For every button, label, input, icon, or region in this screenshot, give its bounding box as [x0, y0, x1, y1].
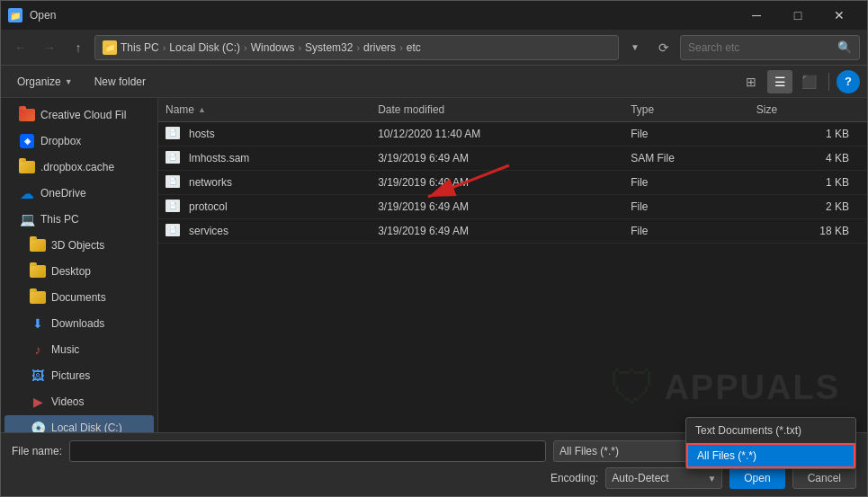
view-button-1[interactable]: ⊞ — [738, 70, 764, 93]
dropbox-icon: ◈ — [19, 134, 35, 148]
search-input[interactable] — [688, 41, 832, 54]
sidebar-label-pictures: Pictures — [51, 369, 147, 382]
sidebar-item-downloads[interactable]: ⬇ Downloads — [4, 311, 154, 336]
table-row[interactable]: 📄 protocol 3/19/2019 6:49 AM File 2 KB — [158, 195, 867, 219]
this-pc-icon: 💻 — [19, 212, 35, 226]
downloads-icon: ⬇ — [30, 316, 46, 331]
sidebar-item-dropbox[interactable]: ◈ Dropbox — [4, 129, 154, 154]
file-icon-3: 📄 — [166, 200, 182, 214]
table-header-row: Name ▲ Date modified Type — [158, 98, 867, 122]
file-icon-0: 📄 — [166, 127, 182, 141]
open-button[interactable]: Open — [729, 467, 784, 489]
cell-date-4: 3/19/2019 6:49 AM — [371, 219, 623, 244]
sort-arrow-name: ▲ — [198, 105, 206, 114]
window-controls: ─ □ ✕ — [736, 1, 860, 30]
path-segment-etc: etc — [407, 41, 421, 54]
path-dropdown-arrow[interactable]: ▼ — [622, 35, 648, 60]
sidebar-item-desktop[interactable]: Desktop — [4, 259, 154, 284]
bottom-wrapper: Text Documents (*.txt) All Files (*.*) F… — [1, 432, 867, 496]
cell-size-3: 2 KB — [749, 195, 867, 219]
address-path[interactable]: 📁 This PC › Local Disk (C:) › Windows › … — [94, 35, 619, 60]
forward-button[interactable]: → — [37, 35, 62, 60]
up-button[interactable]: ↑ — [66, 35, 91, 60]
filetype-value: All Files (*.*) — [559, 445, 619, 457]
file-icon-1: 📄 — [166, 151, 182, 165]
sidebar-item-pictures[interactable]: 🖼 Pictures — [4, 363, 154, 388]
col-header-name[interactable]: Name ▲ — [158, 98, 371, 122]
table-row[interactable]: 📄 hosts 10/12/2020 11:40 AM File 1 KB — [158, 122, 867, 146]
creative-cloud-icon — [19, 108, 35, 122]
path-segment-windows: Windows — [251, 41, 295, 54]
title-bar: 📁 Open ─ □ ✕ — [1, 1, 867, 30]
encoding-value: Auto-Detect — [612, 472, 668, 484]
cell-name-0: 📄 hosts — [158, 122, 371, 146]
documents-icon — [30, 290, 46, 305]
col-header-type[interactable]: Type — [623, 98, 749, 122]
path-segment-localdisk: Local Disk (C:) — [169, 41, 240, 54]
cell-name-1: 📄 lmhosts.sam — [158, 146, 371, 171]
sidebar-item-onedrive[interactable]: ☁ OneDrive — [4, 181, 154, 206]
col-header-date[interactable]: Date modified — [371, 98, 623, 122]
new-folder-button[interactable]: New folder — [85, 70, 155, 93]
search-box[interactable]: 🔍 — [680, 35, 860, 60]
encoding-label: Encoding: — [550, 472, 598, 484]
3d-objects-icon — [30, 238, 46, 253]
encoding-dropdown[interactable]: Auto-Detect ▼ — [605, 467, 722, 489]
help-button[interactable]: ? — [837, 70, 860, 93]
file-list: Name ▲ Date modified Type — [158, 98, 867, 432]
sidebar-label-local-disk: Local Disk (C:) — [51, 422, 147, 432]
dropdown-item-text-docs[interactable]: Text Documents (*.txt) — [686, 418, 855, 443]
cell-type-4: File — [623, 219, 749, 244]
window-icon: 📁 — [8, 8, 22, 22]
path-segment-drivers: drivers — [363, 41, 396, 54]
refresh-button[interactable]: ⟳ — [651, 35, 676, 60]
cell-date-2: 3/19/2019 6:49 AM — [371, 171, 623, 195]
sidebar-item-thispc[interactable]: 💻 This PC — [4, 207, 154, 232]
table-row[interactable]: 📄 services 3/19/2019 6:49 AM File 18 KB — [158, 219, 867, 244]
col-header-size[interactable]: Size — [749, 98, 867, 122]
sidebar-item-music[interactable]: ♪ Music — [4, 337, 154, 362]
cancel-button[interactable]: Cancel — [792, 467, 856, 489]
organize-button[interactable]: Organize ▼ — [8, 70, 82, 93]
sidebar-label-thispc: This PC — [40, 213, 147, 226]
desktop-icon — [30, 264, 46, 279]
table-row[interactable]: 📄 lmhosts.sam 3/19/2019 6:49 AM SAM File… — [158, 146, 867, 171]
back-button[interactable]: ← — [8, 35, 33, 60]
cell-type-0: File — [623, 122, 749, 146]
maximize-button[interactable]: □ — [777, 1, 819, 30]
sidebar-item-dropbox-cache[interactable]: .dropbox.cache — [4, 155, 154, 180]
sidebar-item-3d-objects[interactable]: 3D Objects — [4, 233, 154, 258]
filename-input[interactable] — [69, 440, 546, 462]
sidebar-item-documents[interactable]: Documents — [4, 285, 154, 310]
close-button[interactable]: ✕ — [819, 1, 860, 30]
cell-name-3: 📄 protocol — [158, 195, 371, 219]
local-disk-icon: 💿 — [30, 421, 46, 432]
path-folder-icon: 📁 — [103, 40, 117, 55]
pictures-icon: 🖼 — [30, 368, 46, 383]
filetype-dropdown-popup: Text Documents (*.txt) All Files (*.*) — [685, 417, 856, 469]
view-button-details[interactable]: ☰ — [767, 70, 792, 93]
cell-size-1: 4 KB — [749, 146, 867, 171]
sidebar-label-documents: Documents — [51, 291, 147, 304]
file-icon-2: 📄 — [166, 175, 182, 190]
minimize-button[interactable]: ─ — [736, 1, 777, 30]
cell-size-0: 1 KB — [749, 122, 867, 146]
content-area: Creative Cloud Fil ◈ Dropbox .dropbox.ca… — [1, 98, 867, 432]
sidebar-label-3d-objects: 3D Objects — [51, 239, 147, 252]
view-button-large[interactable]: ⬛ — [796, 70, 821, 93]
sidebar-label-creative-cloud: Creative Cloud Fil — [40, 109, 147, 121]
sidebar-item-creative-cloud[interactable]: Creative Cloud Fil — [4, 102, 154, 128]
table-row[interactable]: 📄 networks 3/19/2019 6:49 AM File 1 KB — [158, 171, 867, 195]
cell-date-0: 10/12/2020 11:40 AM — [371, 122, 623, 146]
sidebar-label-downloads: Downloads — [51, 317, 147, 330]
dropdown-item-all-files[interactable]: All Files (*.*) — [686, 443, 855, 468]
music-icon: ♪ — [30, 342, 46, 357]
sidebar-item-local-disk[interactable]: 💿 Local Disk (C:) — [4, 415, 154, 432]
cell-date-3: 3/19/2019 6:49 AM — [371, 195, 623, 219]
cell-name-4: 📄 services — [158, 219, 371, 244]
address-bar: ← → ↑ 📁 This PC › Local Disk (C:) › Wind… — [1, 30, 867, 66]
sidebar-item-videos[interactable]: ▶ Videos — [4, 389, 154, 414]
path-segment-thispc: This PC — [121, 41, 159, 54]
sidebar-label-dropbox: Dropbox — [40, 135, 147, 147]
cell-date-1: 3/19/2019 6:49 AM — [371, 146, 623, 171]
